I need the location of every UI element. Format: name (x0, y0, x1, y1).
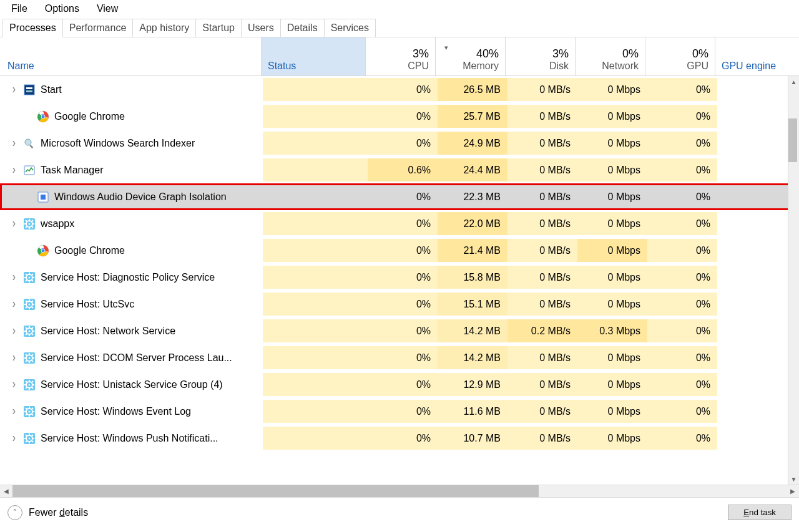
cell-status (263, 293, 368, 316)
cell-gpu: 0% (647, 400, 717, 423)
cell-network: 0 Mbps (577, 212, 647, 235)
cell-name: Windows Audio Device Graph Isolation (2, 185, 263, 208)
process-name: Google Chrome (54, 111, 125, 122)
expand-icon[interactable]: ❯ (11, 140, 17, 146)
table-row[interactable]: ❯ Service Host: Unistack Service Group (… (0, 371, 799, 398)
table-row[interactable]: ❯ Service Host: Windows Push Notificati.… (0, 425, 799, 452)
tab-startup[interactable]: Startup (195, 19, 242, 37)
menu-file[interactable]: File (2, 2, 36, 16)
expand-icon[interactable]: ❯ (11, 382, 17, 387)
gear-icon (23, 352, 36, 364)
footer: ˄ Fewer details End task (0, 497, 799, 527)
cell-status (263, 319, 368, 342)
scroll-up-icon[interactable]: ▲ (788, 76, 799, 87)
tab-performance[interactable]: Performance (62, 19, 134, 37)
expand-icon[interactable]: ❯ (11, 274, 17, 280)
cell-status (263, 132, 368, 155)
cell-gpu: 0% (647, 346, 717, 369)
expand-icon[interactable]: ❯ (11, 301, 17, 307)
cell-memory: 26.5 MB (438, 78, 507, 101)
scroll-right-icon[interactable]: ▶ (787, 485, 799, 497)
table-row[interactable]: ❯ Service Host: Network Service 0% 14.2 … (0, 317, 799, 344)
cell-status (263, 239, 368, 262)
cell-memory: 22.0 MB (438, 212, 507, 235)
expand-icon[interactable]: ❯ (11, 167, 17, 173)
menubar: File Options View (0, 0, 799, 17)
table-row[interactable]: ❯ Start 0% 26.5 MB 0 MB/s 0 Mbps 0% (0, 76, 799, 103)
cell-cpu: 0% (368, 319, 438, 342)
cell-network: 0 Mbps (577, 266, 647, 289)
tab-users[interactable]: Users (241, 19, 281, 37)
col-gpu-engine[interactable]: GPU engine (715, 37, 799, 75)
process-name: Microsoft Windows Search Indexer (41, 138, 195, 149)
process-name: Start (41, 84, 62, 95)
search-icon (23, 137, 36, 150)
expand-icon[interactable]: ❯ (11, 87, 17, 92)
hscroll-thumb[interactable] (12, 485, 539, 497)
menu-options[interactable]: Options (36, 2, 88, 16)
table-row[interactable]: ❯ Task Manager 0.6% 24.4 MB 0 MB/s 0 Mbp… (0, 157, 799, 183)
table-row[interactable]: ❯ Service Host: UtcSvc 0% 15.1 MB 0 MB/s… (0, 291, 799, 317)
table-row[interactable]: ❯ Service Host: Windows Event Log 0% 11.… (0, 398, 799, 425)
col-disk[interactable]: 3% Disk (506, 37, 576, 75)
cell-gpu: 0% (647, 158, 717, 181)
cell-gpu: 0% (647, 132, 717, 155)
cell-network: 0 Mbps (577, 373, 647, 396)
tab-app-history[interactable]: App history (132, 19, 196, 37)
process-name: Windows Audio Device Graph Isolation (54, 191, 227, 203)
cell-gpu-engine (717, 427, 797, 450)
tab-details[interactable]: Details (280, 19, 325, 37)
col-status[interactable]: Status (261, 37, 366, 75)
tab-processes[interactable]: Processes (2, 19, 63, 37)
cell-memory: 22.3 MB (438, 185, 507, 208)
end-task-button[interactable]: End task (728, 505, 792, 520)
expand-icon[interactable]: ❯ (11, 435, 17, 441)
col-gpu[interactable]: 0% GPU (645, 37, 715, 75)
cell-network: 0 Mbps (577, 400, 647, 423)
cell-gpu: 0% (647, 239, 717, 262)
table-row[interactable]: Google Chrome 0% 21.4 MB 0 MB/s 0 Mbps 0… (0, 237, 799, 264)
cell-name: ❯ Service Host: Windows Event Log (2, 400, 263, 423)
fewer-details-button[interactable]: ˄ Fewer details (7, 505, 88, 520)
scroll-down-icon[interactable]: ▼ (788, 473, 799, 485)
gear-icon (23, 432, 36, 445)
expand-icon[interactable]: ❯ (11, 355, 17, 360)
cell-gpu: 0% (647, 319, 717, 342)
table-row[interactable]: ❯ wsappx 0% 22.0 MB 0 MB/s 0 Mbps 0% (0, 210, 799, 237)
cell-disk: 0 MB/s (507, 185, 577, 208)
table-row[interactable]: ❯ Microsoft Windows Search Indexer 0% 24… (0, 130, 799, 157)
cell-disk: 0 MB/s (507, 105, 577, 128)
cell-gpu: 0% (647, 185, 717, 208)
cell-memory: 21.4 MB (438, 239, 507, 262)
col-name[interactable]: Name (0, 37, 261, 75)
cell-network: 0 Mbps (577, 239, 647, 262)
vertical-scrollbar[interactable]: ▲ ▼ (788, 76, 799, 485)
col-memory[interactable]: ▾ 40% Memory (436, 37, 506, 75)
table-row[interactable]: Google Chrome 0% 25.7 MB 0 MB/s 0 Mbps 0… (0, 103, 799, 130)
process-name: Service Host: Unistack Service Group (4) (41, 379, 223, 390)
expand-icon[interactable]: ❯ (11, 409, 17, 414)
cell-cpu: 0% (368, 400, 438, 423)
cell-network: 0.3 Mbps (577, 319, 647, 342)
col-network[interactable]: 0% Network (576, 37, 645, 75)
process-name: wsappx (41, 218, 74, 230)
cell-disk: 0 MB/s (507, 158, 577, 181)
expand-icon[interactable]: ❯ (11, 328, 17, 334)
scroll-left-icon[interactable]: ◀ (0, 485, 12, 497)
column-headers: Name Status 3% CPU ▾ 40% Memory 3% Disk … (0, 37, 799, 76)
hscroll-track[interactable] (12, 485, 787, 497)
scrollbar-thumb[interactable] (788, 118, 797, 162)
cell-gpu: 0% (647, 427, 717, 450)
tab-services[interactable]: Services (324, 19, 376, 37)
menu-view[interactable]: View (88, 2, 127, 16)
table-row[interactable]: Windows Audio Device Graph Isolation 0% … (0, 183, 799, 210)
table-row[interactable]: ❯ Service Host: DCOM Server Process Lau.… (0, 344, 799, 371)
cell-cpu: 0% (368, 346, 438, 369)
expand-icon[interactable]: ❯ (11, 221, 17, 226)
table-row[interactable]: ❯ Service Host: Diagnostic Policy Servic… (0, 264, 799, 291)
col-cpu[interactable]: 3% CPU (366, 37, 436, 75)
cell-disk: 0 MB/s (507, 346, 577, 369)
cell-gpu-engine (717, 105, 797, 128)
cell-gpu-engine (717, 346, 797, 369)
horizontal-scrollbar[interactable]: ◀ ▶ (0, 485, 799, 497)
